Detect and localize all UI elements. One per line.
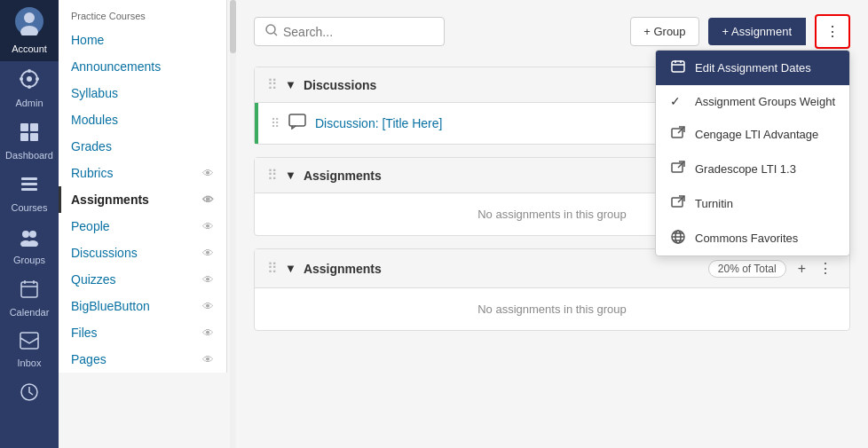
dropdown-item-edit-dates[interactable]: Edit Assignment Dates [656, 51, 849, 85]
discussions-group-title: Discussions [304, 78, 376, 92]
add-assignment-button[interactable]: + Assignment [708, 18, 806, 45]
dropdown-menu: Edit Assignment Dates ✓ Assignment Group… [655, 50, 850, 256]
cengage-label: Cengage LTI Advantage [695, 128, 818, 141]
history-icon [20, 382, 39, 406]
kebab-menu-button[interactable]: ⋮ [815, 14, 850, 49]
nav-label-account: Account [12, 43, 47, 54]
discussion-type-icon [288, 114, 306, 133]
svg-rect-13 [21, 177, 37, 180]
svg-rect-15 [21, 188, 37, 191]
calendar-icon [20, 279, 39, 303]
sidebar-item-pages[interactable]: Pages 👁 [59, 346, 226, 373]
commons-icon [670, 230, 686, 247]
group-menu-button[interactable]: ⋮ [814, 258, 837, 279]
svg-rect-28 [289, 114, 305, 126]
dropdown-item-cengage[interactable]: Cengage LTI Advantage [656, 117, 849, 152]
caret-icon-3[interactable]: ▼ [285, 262, 296, 275]
sidebar-item-rubrics[interactable]: Rubrics 👁 [59, 160, 226, 186]
search-box[interactable] [254, 17, 445, 46]
svg-point-5 [28, 69, 31, 73]
nav-item-courses[interactable]: Courses [0, 168, 59, 220]
group-weight-badge: 20% of Total [708, 260, 786, 278]
svg-rect-14 [21, 183, 37, 185]
admin-icon [19, 68, 40, 94]
assignments-group-2-title: Assignments [304, 262, 382, 276]
assignments-toolbar: + Group + Assignment ⋮ [254, 14, 850, 49]
eye-icon-bigbluebutton: 👁 [202, 300, 214, 313]
svg-point-7 [20, 77, 23, 81]
add-group-button[interactable]: + Group [630, 17, 698, 46]
eye-icon-assignments: 👁 [202, 193, 214, 207]
sidebar: Practice Courses Home Announcements Syll… [59, 0, 236, 448]
sidebar-scrollbar[interactable] [230, 0, 236, 448]
nav-label-dashboard: Dashboard [5, 150, 53, 161]
sidebar-item-people[interactable]: People 👁 [59, 213, 226, 240]
sidebar-item-syllabus[interactable]: Syllabus [59, 80, 226, 106]
dropdown-item-group-weight[interactable]: ✓ Assignment Groups Weight [656, 85, 849, 117]
edit-dates-icon [670, 59, 686, 76]
svg-point-26 [266, 25, 275, 34]
nav-label-inbox: Inbox [18, 358, 42, 368]
drag-handle-icon-2[interactable]: ⠿ [267, 167, 278, 184]
nav-label-courses: Courses [12, 202, 48, 213]
eye-icon-discussions: 👁 [202, 247, 214, 260]
svg-point-16 [22, 231, 29, 238]
sidebar-item-bigbluebutton[interactable]: BigBlueButton 👁 [59, 293, 226, 319]
svg-rect-12 [30, 133, 38, 141]
nav-item-dashboard[interactable]: Dashboard [0, 115, 59, 168]
svg-rect-9 [20, 123, 28, 131]
svg-point-8 [36, 77, 39, 81]
search-input[interactable] [283, 25, 433, 39]
sidebar-item-assignments[interactable]: Assignments 👁 [59, 186, 226, 213]
svg-rect-11 [20, 133, 28, 141]
nav-item-history[interactable] [0, 375, 59, 413]
gradescope-icon [670, 161, 686, 177]
svg-point-4 [27, 76, 32, 82]
nav-label-admin: Admin [15, 98, 43, 108]
svg-rect-10 [30, 123, 38, 131]
commons-label: Commons Favorites [695, 232, 798, 245]
svg-point-17 [29, 231, 36, 238]
svg-rect-29 [672, 61, 684, 72]
discussion-drag-icon[interactable]: ⠿ [271, 116, 280, 130]
caret-icon-2[interactable]: ▼ [285, 169, 296, 182]
sidebar-item-quizzes[interactable]: Quizzes 👁 [59, 266, 226, 293]
gradescope-label: Gradescope LTI 1.3 [695, 162, 796, 176]
nav-item-calendar[interactable]: Calendar [0, 272, 59, 325]
svg-rect-20 [21, 282, 37, 297]
discussion-title[interactable]: Discussion: [Title Here] [315, 116, 442, 130]
sidebar-links: Practice Courses Home Announcements Syll… [59, 0, 227, 373]
dropdown-item-turnitin[interactable]: Turnitin [656, 186, 849, 221]
nav-item-groups[interactable]: Groups [0, 220, 59, 272]
nav-item-inbox[interactable]: Inbox [0, 325, 59, 375]
sidebar-item-home[interactable]: Home [59, 27, 226, 53]
checkmark-icon: ✓ [670, 94, 686, 108]
nav-item-admin[interactable]: Admin [0, 61, 59, 115]
group-add-button[interactable]: + [793, 259, 810, 279]
main-content: + Group + Assignment ⋮ ⠿ ▼ Discussions ⠿… [236, 0, 868, 448]
eye-icon-pages: 👁 [202, 353, 214, 366]
svg-point-1 [24, 12, 35, 23]
dropdown-item-commons[interactable]: Commons Favorites [656, 221, 849, 255]
assignments-group-2: ⠿ ▼ Assignments 20% of Total + ⋮ No assi… [254, 248, 850, 331]
dropdown-item-gradescope[interactable]: Gradescope LTI 1.3 [656, 152, 849, 186]
assignments-group-2-empty: No assignments in this group [255, 288, 849, 330]
drag-handle-icon[interactable]: ⠿ [267, 76, 278, 93]
caret-icon[interactable]: ▼ [285, 78, 296, 91]
nav-label-groups: Groups [13, 255, 45, 265]
course-label: Practice Courses [59, 0, 226, 27]
svg-line-38 [678, 196, 684, 202]
edit-dates-label: Edit Assignment Dates [695, 61, 811, 75]
sidebar-item-files[interactable]: Files 👁 [59, 319, 226, 346]
group-2-actions: + ⋮ [793, 258, 837, 279]
svg-point-6 [28, 85, 31, 89]
sidebar-item-announcements[interactable]: Announcements [59, 53, 226, 80]
sidebar-scrollbar-thumb[interactable] [230, 0, 236, 53]
sidebar-item-discussions[interactable]: Discussions 👁 [59, 240, 226, 266]
nav-item-account[interactable]: Account [0, 0, 59, 61]
sidebar-item-modules[interactable]: Modules [59, 106, 226, 133]
sidebar-item-grades[interactable]: Grades [59, 133, 226, 160]
turnitin-label: Turnitin [695, 197, 733, 210]
drag-handle-icon-3[interactable]: ⠿ [267, 260, 278, 277]
assignments-group-1-title: Assignments [304, 169, 382, 183]
